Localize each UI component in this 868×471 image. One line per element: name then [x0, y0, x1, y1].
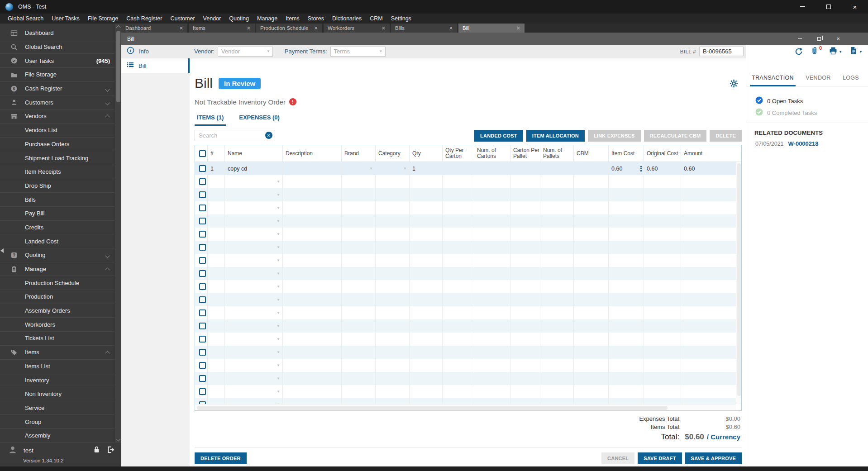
column-header-qty-per-carton[interactable]: Qty Per Carton [443, 145, 474, 162]
document-link[interactable]: W-0000218 [788, 140, 819, 147]
sidebar-item-file-storage[interactable]: File Storage [0, 68, 114, 82]
table-row[interactable]: ▼ [195, 214, 736, 228]
row-checkbox[interactable] [199, 270, 206, 277]
sidebar-item-global-search[interactable]: Global Search [0, 40, 114, 54]
row-checkbox[interactable] [199, 205, 206, 211]
menu-item-cash-register[interactable]: Cash Register [122, 14, 166, 24]
table-row[interactable]: ▼ [195, 241, 736, 254]
menu-item-settings[interactable]: Settings [387, 14, 415, 24]
row-checkbox[interactable] [199, 165, 206, 172]
cell-dropdown-icon[interactable]: ▼ [277, 376, 280, 381]
attachments-icon[interactable]: 0 [810, 47, 822, 57]
sidebar-item-items[interactable]: Items [0, 346, 114, 360]
cell-dropdown-icon[interactable]: ▼ [277, 324, 280, 328]
menu-item-dictionaries[interactable]: Dictionaries [328, 14, 366, 24]
menu-item-global-search[interactable]: Global Search [4, 14, 48, 24]
tab-production-schedule[interactable]: Production Schedule✕ [256, 24, 322, 33]
sidebar-item-manage[interactable]: Manage [0, 262, 114, 276]
tab-expenses-0-[interactable]: EXPENSES (0) [237, 113, 282, 126]
nav-item-info[interactable]: i Info [121, 45, 190, 58]
sidebar-item-inventory[interactable]: Inventory [0, 373, 114, 387]
close-tab-icon[interactable]: ✕ [514, 25, 520, 31]
row-checkbox[interactable] [199, 231, 206, 238]
close-tab-icon[interactable]: ✕ [244, 25, 251, 31]
table-row[interactable]: ▼ [195, 280, 736, 293]
table-row[interactable]: ▼ [195, 372, 736, 385]
sidebar-item-production-schedule[interactable]: Production Schedule [0, 276, 114, 290]
row-checkbox[interactable] [199, 362, 206, 369]
sidebar-item-items-list[interactable]: Items List [0, 360, 114, 374]
table-row[interactable]: ▼ [195, 267, 736, 280]
sidebar-item-group[interactable]: Group [0, 415, 114, 429]
row-checkbox[interactable] [199, 283, 206, 290]
table-row[interactable]: ▼ [195, 333, 736, 346]
inner-restore-icon[interactable] [817, 37, 821, 41]
table-row[interactable]: ▼ [195, 175, 736, 188]
table-row[interactable]: ▼ [195, 201, 736, 214]
row-checkbox[interactable] [199, 257, 206, 264]
cell-dropdown-icon[interactable]: ▼ [277, 193, 280, 197]
lock-icon[interactable] [93, 446, 100, 455]
table-row[interactable]: ▼ [195, 398, 736, 404]
row-checkbox[interactable] [199, 349, 206, 356]
minimize-button[interactable] [789, 0, 816, 14]
clear-search-icon[interactable]: ✕ [265, 132, 272, 139]
link-expenses-button[interactable]: LINK EXPENSES [588, 130, 641, 142]
currency-link[interactable]: / Currency [707, 433, 740, 441]
cell-dropdown-icon[interactable]: ▼ [369, 167, 373, 171]
sidebar-item-quoting[interactable]: ?Quoting [0, 248, 114, 262]
landed-cost-button[interactable]: LANDED COST [474, 130, 523, 142]
row-checkbox[interactable] [199, 218, 206, 224]
row-checkbox[interactable] [199, 191, 206, 198]
cell-dropdown-icon[interactable]: ▼ [277, 311, 280, 315]
table-row[interactable]: ▼ [195, 306, 736, 319]
row-checkbox[interactable] [199, 178, 206, 185]
column-header-name[interactable]: Name [225, 145, 283, 162]
scroll-down-icon[interactable] [116, 437, 120, 442]
row-checkbox[interactable] [199, 244, 206, 251]
sidebar-item-purchase-orders[interactable]: Purchase Orders [0, 138, 114, 152]
sidebar-collapse-arrow[interactable] [0, 248, 4, 253]
cell-dropdown-icon[interactable]: ▼ [277, 298, 280, 302]
menu-item-user-tasks[interactable]: User Tasks [48, 14, 84, 24]
gear-icon[interactable] [730, 79, 738, 88]
cell-dropdown-icon[interactable]: ▼ [277, 258, 280, 262]
export-document-button[interactable]: ▼ [849, 46, 863, 57]
cell-dropdown-icon[interactable]: ▼ [277, 271, 280, 276]
row-checkbox[interactable] [199, 296, 206, 303]
table-row[interactable]: ▼ [195, 359, 736, 372]
cell-dropdown-icon[interactable]: ▼ [277, 337, 280, 341]
row-checkbox[interactable] [199, 388, 206, 395]
refresh-icon[interactable] [794, 47, 803, 56]
cell-dropdown-icon[interactable]: ▼ [277, 350, 280, 354]
vertical-scrollbar-thumb[interactable] [737, 163, 741, 396]
inner-close-icon[interactable]: × [836, 35, 840, 42]
close-tab-icon[interactable]: ✕ [379, 25, 386, 31]
menu-item-vendor[interactable]: Vendor [199, 14, 225, 24]
search-input[interactable] [195, 130, 275, 141]
sidebar-item-customers[interactable]: Customers [0, 95, 114, 109]
sidebar-item-cash-register[interactable]: $Cash Register [0, 82, 114, 96]
sidebar-item-pay-bill[interactable]: Pay Bill [0, 207, 114, 221]
sidebar-item-non-inventory[interactable]: Non Inventory [0, 387, 114, 401]
cell-dropdown-icon[interactable]: ▼ [277, 180, 280, 184]
row-checkbox[interactable] [199, 375, 206, 382]
horizontal-scrollbar[interactable] [195, 404, 736, 410]
sidebar-item-vendors[interactable]: Vendors [0, 109, 114, 124]
scroll-up-icon[interactable] [116, 25, 120, 30]
sidebar-item-workorders[interactable]: Workorders [0, 318, 114, 332]
sidebar-item-shipment-load-tracking[interactable]: Shipment Load Tracking [0, 151, 114, 165]
table-row[interactable]: ▼ [195, 319, 736, 333]
tab-items[interactable]: Items✕ [189, 24, 255, 33]
sidebar-item-dashboard[interactable]: Dashboard [0, 26, 114, 40]
column-header-num-of-pallets[interactable]: Num. of Pallets [540, 145, 574, 162]
close-tab-icon[interactable]: ✕ [176, 25, 183, 31]
logout-icon[interactable] [107, 446, 115, 456]
sidebar-item-item-receipts[interactable]: Item Receipts [0, 165, 114, 179]
sidebar-scrollbar[interactable] [114, 24, 121, 443]
item-allocation-button[interactable]: ITEM ALLOCATION [526, 130, 585, 142]
close-button[interactable]: × [842, 0, 868, 14]
tab-dashboard[interactable]: Dashboard✕ [121, 24, 187, 33]
sidebar-item-landed-cost[interactable]: Landed Cost [0, 234, 114, 248]
sidebar-item-assembly[interactable]: Assembly [0, 429, 114, 443]
